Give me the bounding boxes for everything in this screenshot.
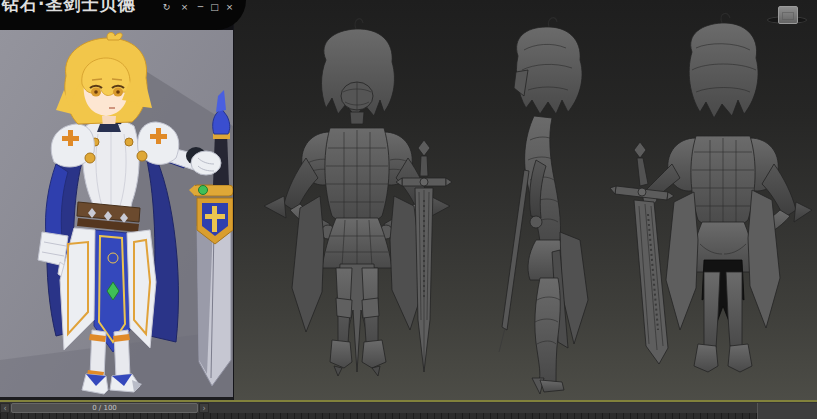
reference-concept-art — [0, 30, 233, 397]
timeline-end-panel — [757, 403, 817, 419]
app-window: 钻石·圣剑士贝德 ↻ × ─ □ × ‹ 0 / 100 › — [0, 0, 817, 419]
active-viewport-border — [0, 400, 817, 402]
timeline: ‹ 0 / 100 › — [0, 403, 817, 419]
next-frame-button[interactable]: › — [199, 403, 209, 413]
model-front-view[interactable] — [264, 19, 452, 376]
close-tab-icon[interactable]: × — [178, 1, 191, 13]
model-back-view[interactable] — [610, 13, 812, 372]
reference-window-title: 钻石·圣剑士贝德 — [2, 0, 135, 16]
viewcube[interactable] — [765, 2, 809, 28]
viewcube-cube[interactable] — [778, 6, 798, 24]
model-side-view[interactable] — [499, 18, 588, 394]
reference-window-titlebar[interactable]: 钻石·圣剑士贝德 ↻ × ─ □ × — [0, 0, 246, 30]
reference-image-window — [0, 0, 234, 401]
maximize-button[interactable]: □ — [208, 1, 221, 13]
previous-frame-button[interactable]: ‹ — [0, 403, 10, 413]
time-slider-handle[interactable]: 0 / 100 — [11, 403, 198, 413]
minimize-button[interactable]: ─ — [194, 1, 207, 13]
viewcube-front-face — [782, 12, 794, 20]
track-bar-ticks[interactable] — [0, 413, 757, 419]
pin-icon[interactable]: ↻ — [160, 1, 173, 13]
close-button[interactable]: × — [223, 1, 236, 13]
